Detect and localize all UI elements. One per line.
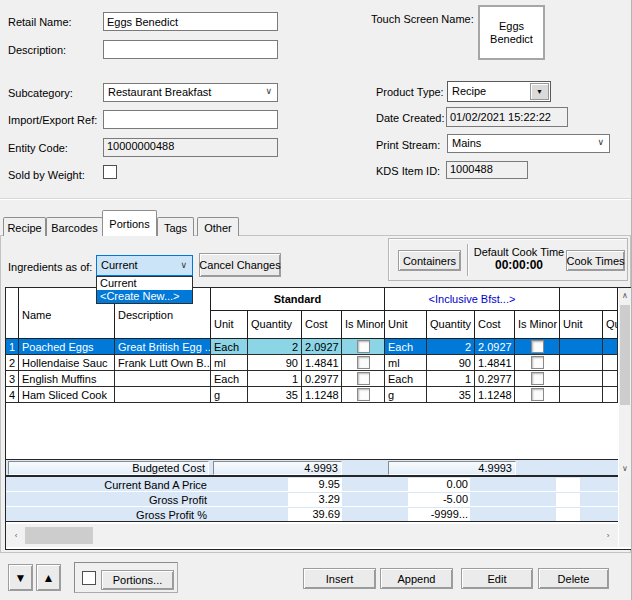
portions-checkbox[interactable] — [82, 571, 96, 585]
checkbox-unchecked[interactable] — [531, 388, 544, 401]
std-cost-cell[interactable]: 2.0927 — [302, 339, 342, 355]
third-unit-cell[interactable] — [560, 355, 603, 371]
tab-barcodes[interactable]: Barcodes — [46, 217, 103, 236]
scroll-right-icon[interactable]: › — [600, 527, 616, 544]
inc-cost-cell[interactable]: 0.2977 — [475, 371, 515, 387]
move-up-button[interactable]: ▲ — [36, 564, 61, 591]
append-button[interactable]: Append — [380, 568, 453, 589]
header-third-unit[interactable]: Unit — [560, 311, 603, 339]
third-quantity-cell[interactable] — [603, 339, 618, 355]
std-is-minor-cell[interactable] — [342, 355, 385, 371]
inc-is-minor-cell[interactable] — [515, 387, 560, 403]
third-unit-cell[interactable] — [560, 387, 603, 403]
dropdown-option-current[interactable]: Current — [97, 277, 192, 290]
scroll-up-icon[interactable]: ∧ — [619, 288, 631, 304]
scroll-down-icon[interactable]: ∨ — [619, 461, 631, 477]
inc-is-minor-cell[interactable] — [515, 371, 560, 387]
checkbox-unchecked[interactable] — [357, 388, 370, 401]
name-cell[interactable]: Poached Eggs — [19, 339, 115, 355]
header-third-quantity[interactable]: Quantity — [603, 311, 618, 339]
header-inc-quantity[interactable]: Quantity — [427, 311, 475, 339]
inc-cost-cell[interactable]: 2.0927 — [475, 339, 515, 355]
inc-cost-cell[interactable]: 1.4841 — [475, 355, 515, 371]
description-input[interactable] — [103, 40, 278, 59]
insert-button[interactable]: Insert — [303, 568, 376, 589]
tab-tags[interactable]: Tags — [157, 217, 194, 236]
containers-button[interactable]: Containers — [398, 250, 461, 271]
inc-is-minor-cell[interactable] — [515, 339, 560, 355]
cancel-changes-button[interactable]: Cancel Changes — [199, 253, 281, 277]
inc-unit-cell[interactable]: g — [385, 387, 427, 403]
std-cost-cell[interactable]: 1.4841 — [302, 355, 342, 371]
table-row[interactable]: 1 Poached Eggs Great British Egg ... Eac… — [6, 339, 618, 355]
std-is-minor-cell[interactable] — [342, 339, 385, 355]
header-std-quantity[interactable]: Quantity — [248, 311, 302, 339]
std-quantity-cell[interactable]: 90 — [248, 355, 302, 371]
header-inc-is-minor[interactable]: Is Minor — [515, 311, 560, 339]
delete-button[interactable]: Delete — [538, 568, 609, 589]
description-cell[interactable]: Frank Lutt Own B... — [115, 355, 211, 371]
horizontal-scroll-thumb[interactable] — [25, 527, 93, 544]
std-unit-cell[interactable]: g — [211, 387, 248, 403]
header-std-unit[interactable]: Unit — [211, 311, 248, 339]
product-type-select[interactable]: Recipe ▼ — [447, 81, 551, 102]
move-down-button[interactable]: ▼ — [8, 564, 33, 591]
std-cost-cell[interactable]: 0.2977 — [302, 371, 342, 387]
inc-unit-cell[interactable]: Each — [385, 371, 427, 387]
subcategory-select[interactable]: Restaurant Breakfast ∨ — [103, 83, 278, 102]
print-stream-select[interactable]: Mains ∨ — [447, 134, 610, 153]
dropdown-option-create-new[interactable]: <Create New...> — [97, 290, 192, 303]
checkbox-unchecked[interactable] — [531, 372, 544, 385]
band-price-third-value[interactable] — [556, 478, 580, 491]
table-row[interactable]: 2 Hollendaise Sauc Frank Lutt Own B... m… — [6, 355, 618, 371]
inc-unit-cell[interactable]: ml — [385, 355, 427, 371]
cook-times-button[interactable]: Cook Times — [566, 250, 625, 271]
header-std-is-minor[interactable]: Is Minor — [342, 311, 385, 339]
std-is-minor-cell[interactable] — [342, 387, 385, 403]
std-is-minor-cell[interactable] — [342, 371, 385, 387]
third-quantity-cell[interactable] — [603, 387, 618, 403]
checkbox-unchecked[interactable] — [531, 340, 544, 353]
group-header-standard[interactable]: Standard — [211, 288, 385, 311]
scroll-left-icon[interactable]: ‹ — [8, 527, 24, 544]
vertical-scroll-thumb[interactable] — [620, 305, 630, 405]
std-unit-cell[interactable]: Each — [211, 339, 248, 355]
group-header-inclusive-bfst[interactable]: <Inclusive Bfst...> — [385, 288, 560, 311]
std-cost-cell[interactable]: 1.1248 — [302, 387, 342, 403]
checkbox-unchecked[interactable] — [357, 372, 370, 385]
header-inc-cost[interactable]: Cost — [475, 311, 515, 339]
band-price-standard-value[interactable]: 9.95 — [288, 478, 342, 491]
edit-button[interactable]: Edit — [461, 568, 533, 589]
third-unit-cell[interactable] — [560, 371, 603, 387]
table-row[interactable]: 3 English Muffins Each 1 0.2977 Each 1 0… — [6, 371, 618, 387]
sold-by-weight-checkbox[interactable] — [103, 165, 117, 179]
std-quantity-cell[interactable]: 35 — [248, 387, 302, 403]
inc-unit-cell[interactable]: Each — [385, 339, 427, 355]
horizontal-scrollbar[interactable]: ‹ › — [6, 524, 618, 547]
checkbox-unchecked[interactable] — [357, 340, 370, 353]
portions-button[interactable]: Portions... — [101, 570, 174, 590]
table-row[interactable]: 4 Ham Sliced Cook g 35 1.1248 g 35 1.124… — [6, 387, 618, 403]
touch-screen-name-box[interactable]: Eggs Benedict — [478, 5, 545, 60]
description-cell[interactable] — [115, 371, 211, 387]
tab-recipe[interactable]: Recipe — [3, 217, 46, 236]
ingredients-as-of-select[interactable]: Current ∨ — [96, 255, 193, 276]
vertical-scrollbar[interactable]: ∧ ∨ — [619, 288, 631, 477]
inc-quantity-cell[interactable]: 90 — [427, 355, 475, 371]
import-export-ref-input[interactable] — [103, 110, 278, 129]
dropdown-arrow-icon[interactable]: ▼ — [530, 83, 549, 100]
tab-portions[interactable]: Portions — [102, 210, 157, 236]
inc-quantity-cell[interactable]: 1 — [427, 371, 475, 387]
tab-other[interactable]: Other — [197, 217, 239, 236]
third-unit-cell[interactable] — [560, 339, 603, 355]
checkbox-unchecked[interactable] — [357, 356, 370, 369]
name-cell[interactable]: Ham Sliced Cook — [19, 387, 115, 403]
header-inc-unit[interactable]: Unit — [385, 311, 427, 339]
std-quantity-cell[interactable]: 1 — [248, 371, 302, 387]
inc-is-minor-cell[interactable] — [515, 355, 560, 371]
description-cell[interactable] — [115, 387, 211, 403]
inc-quantity-cell[interactable]: 2 — [427, 339, 475, 355]
checkbox-unchecked[interactable] — [531, 356, 544, 369]
std-quantity-cell[interactable]: 2 — [248, 339, 302, 355]
retail-name-input[interactable] — [103, 12, 278, 31]
